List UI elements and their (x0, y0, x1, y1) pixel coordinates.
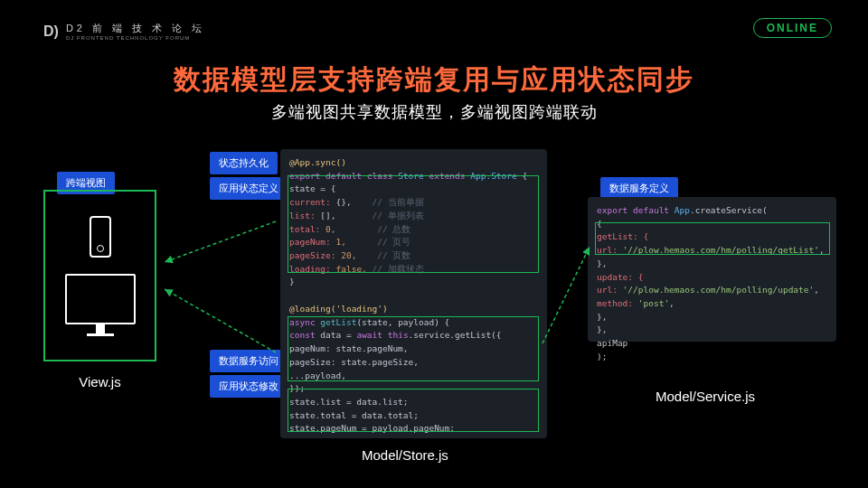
forum-logo: D) D2 前 端 技 术 论 坛 DJ FRONTEND TECHNOLOGY… (43, 22, 205, 41)
svg-line-2 (542, 247, 590, 343)
service-label: Model/Service.js (656, 389, 755, 404)
logo-title-en: DJ FRONTEND TECHNOLOGY FORUM (66, 35, 205, 41)
online-badge: ONLINE (753, 18, 832, 38)
slide-subtitle: 多端视图共享数据模型，多端视图跨端联动 (0, 101, 868, 123)
view-box (43, 190, 156, 361)
tag-app-state-mod: 应用状态修改 (210, 375, 288, 398)
tag-service-access: 数据服务访问 (210, 350, 288, 372)
logo-icon: D) (43, 23, 59, 40)
service-code-panel: export default App.createService( { getL… (588, 197, 836, 342)
slide-title: 数据模型层支持跨端复用与应用状态同步 (0, 61, 868, 99)
svg-line-1 (165, 289, 276, 352)
tag-app-state-def: 应用状态定义 (210, 177, 288, 200)
store-label: Model/Store.js (362, 447, 448, 463)
view-label: View.js (79, 374, 120, 389)
store-code-panel: @App.sync() export default class Store e… (280, 149, 547, 438)
view-column: View.js (43, 190, 156, 389)
desktop-icon (65, 274, 136, 336)
phone-icon (90, 216, 111, 258)
logo-title-cn: D2 前 端 技 术 论 坛 (66, 22, 205, 35)
tag-state-persist: 状态持久化 (210, 152, 278, 174)
svg-line-0 (165, 221, 276, 262)
